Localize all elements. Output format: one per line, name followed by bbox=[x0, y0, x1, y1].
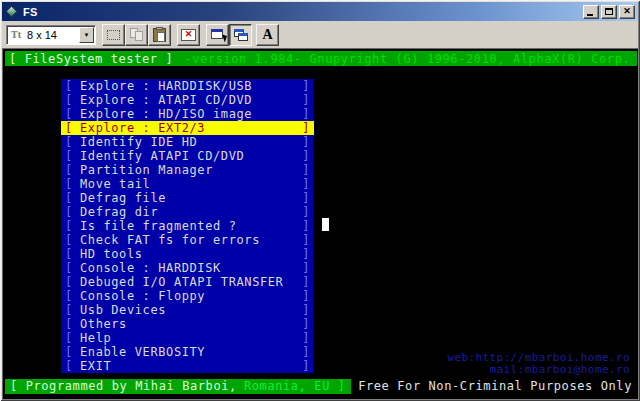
app-window: FS ✕ Tt 8 x 14 ▼ ✕ A bbox=[0, 0, 640, 401]
mark-button[interactable] bbox=[102, 24, 125, 46]
truetype-icon: Tt bbox=[11, 29, 21, 40]
bracket-right: ] bbox=[302, 275, 310, 289]
bracket-right: ] bbox=[302, 331, 310, 345]
close-icon: ✕ bbox=[623, 7, 631, 16]
copy-icon bbox=[130, 28, 144, 41]
copy-button[interactable] bbox=[125, 24, 148, 46]
menu-item-label: Enable VERBOSITY bbox=[80, 345, 302, 359]
menu-item-label: Defrag dir bbox=[80, 205, 302, 219]
bracket-left: [ bbox=[65, 163, 80, 177]
menu-item-label: Explore : EXT2/3 bbox=[80, 121, 302, 135]
bracket-right: ] bbox=[302, 303, 310, 317]
background-button[interactable] bbox=[229, 24, 252, 46]
menu-item[interactable]: [ Explore : EXT2/3 ] bbox=[61, 121, 314, 135]
license-text: Free For Non-Criminal Purposes Only bbox=[358, 379, 632, 394]
bracket-right: ] bbox=[302, 205, 310, 219]
bracket-right: ] bbox=[302, 289, 310, 303]
properties-icon bbox=[211, 29, 225, 41]
menu-item[interactable]: [ Help ] bbox=[61, 331, 314, 345]
menu-item-label: Usb Devices bbox=[80, 303, 302, 317]
bracket-left: [ bbox=[65, 191, 80, 205]
menu-item[interactable]: [ Debuged I/O ATAPI TRANSFER ] bbox=[61, 275, 314, 289]
bracket-right: ] bbox=[302, 233, 310, 247]
bracket-left: [ bbox=[65, 219, 80, 233]
bracket-right: ] bbox=[302, 121, 310, 135]
menu-item[interactable]: [ HD tools ] bbox=[61, 247, 314, 261]
bracket-right: ] bbox=[302, 219, 310, 233]
bracket-left: [ bbox=[65, 303, 80, 317]
close-button[interactable]: ✕ bbox=[619, 5, 635, 19]
bracket-left: [ bbox=[65, 261, 80, 275]
font-button[interactable]: A bbox=[256, 24, 279, 46]
menu-item[interactable]: [ Others ] bbox=[61, 317, 314, 331]
font-size-select[interactable]: Tt 8 x 14 ▼ bbox=[6, 25, 96, 45]
bracket-left: [ bbox=[65, 345, 80, 359]
menu-item[interactable]: [ Explore : HD/ISO image ] bbox=[61, 107, 314, 121]
menu-item-label: Defrag file bbox=[80, 191, 302, 205]
menu-item-label: EXIT bbox=[80, 359, 302, 373]
text-cursor bbox=[322, 218, 329, 231]
menu-item[interactable]: [ Console : HARDDISK ] bbox=[61, 261, 314, 275]
fullscreen-icon: ✕ bbox=[181, 29, 196, 41]
menu-item-label: Others bbox=[80, 317, 302, 331]
bracket-left: [ bbox=[65, 247, 80, 261]
properties-button[interactable] bbox=[206, 24, 229, 46]
menu-item[interactable]: [ Explore : HARDDISK/USB ] bbox=[61, 79, 314, 93]
chevron-down-icon[interactable]: ▼ bbox=[79, 27, 94, 43]
bracket-left: [ bbox=[65, 93, 80, 107]
window-title: FS bbox=[23, 6, 38, 18]
bracket-left: [ bbox=[65, 289, 80, 303]
menu-item[interactable]: [ Identify IDE HD ] bbox=[61, 135, 314, 149]
minimize-button[interactable] bbox=[583, 5, 599, 19]
bracket-right: ] bbox=[302, 261, 310, 275]
bracket-right: ] bbox=[302, 163, 310, 177]
program-header-bar: [ FileSystem tester ] -version 1.984- Gn… bbox=[5, 51, 637, 66]
paste-button[interactable] bbox=[148, 24, 171, 46]
menu-item[interactable]: [ Explore : ATAPI CD/DVD ] bbox=[61, 93, 314, 107]
bracket-left: [ bbox=[65, 205, 80, 219]
menu-item[interactable]: [ Enable VERBOSITY ] bbox=[61, 345, 314, 359]
bracket-left: [ bbox=[65, 107, 80, 121]
menu-item[interactable]: [ Defrag file ] bbox=[61, 191, 314, 205]
menu-item[interactable]: [ Move tail ] bbox=[61, 177, 314, 191]
credits-bar: [ Programmed by Mihai Barboi, Romania, E… bbox=[5, 379, 351, 394]
menu-item[interactable]: [ Identify ATAPI CD/DVD ] bbox=[61, 149, 314, 163]
minimize-icon bbox=[587, 14, 593, 16]
menu-item[interactable]: [ Console : Floppy ] bbox=[61, 289, 314, 303]
bracket-right: ] bbox=[302, 359, 310, 373]
bracket-right: ] bbox=[302, 317, 310, 331]
bracket-right: ] bbox=[302, 79, 310, 93]
fullscreen-button[interactable]: ✕ bbox=[177, 24, 200, 46]
app-icon bbox=[5, 5, 19, 19]
bracket-right: ] bbox=[302, 191, 310, 205]
menu-item-label: Move tail bbox=[80, 177, 302, 191]
paste-icon bbox=[153, 28, 166, 42]
menu-item[interactable]: [ Partition Manager ] bbox=[61, 163, 314, 177]
bracket-right: ] bbox=[302, 247, 310, 261]
bracket-left: [ bbox=[65, 177, 80, 191]
menu-item-label: Explore : HARDDISK/USB bbox=[80, 79, 302, 93]
mail-link: mail:mbarboi@home.ro bbox=[447, 364, 630, 376]
menu-item[interactable]: [ EXIT ] bbox=[61, 359, 314, 373]
bracket-right: ] bbox=[302, 135, 310, 149]
font-size-value: 8 x 14 bbox=[27, 29, 57, 41]
maximize-button[interactable] bbox=[601, 5, 617, 19]
maximize-icon bbox=[605, 8, 613, 15]
bracket-left: [ bbox=[65, 149, 80, 163]
menu-item[interactable]: [ Usb Devices ] bbox=[61, 303, 314, 317]
terminal-screen[interactable]: [ FileSystem tester ] -version 1.984- Gn… bbox=[2, 48, 638, 399]
bracket-right: ] bbox=[302, 93, 310, 107]
bracket-left: [ bbox=[65, 317, 80, 331]
title-bar[interactable]: FS ✕ bbox=[2, 2, 638, 21]
menu-item[interactable]: [ Defrag dir ] bbox=[61, 205, 314, 219]
bracket-left: [ bbox=[65, 135, 80, 149]
credit-country: Romania, EU ] bbox=[244, 379, 346, 394]
menu-item[interactable]: [ Is file fragmented ? ] bbox=[61, 219, 314, 233]
program-version: -version 1.984- Gnupyright (G) 1996-2010… bbox=[184, 52, 630, 66]
menu-item-label: Identify IDE HD bbox=[80, 135, 302, 149]
credit-text: [ Programmed by Mihai Barboi, bbox=[10, 379, 237, 394]
menu-item-label: Identify ATAPI CD/DVD bbox=[80, 149, 302, 163]
menu-item[interactable]: [ Check FAT fs for errors ] bbox=[61, 233, 314, 247]
bracket-right: ] bbox=[302, 177, 310, 191]
background-icon bbox=[234, 29, 248, 41]
